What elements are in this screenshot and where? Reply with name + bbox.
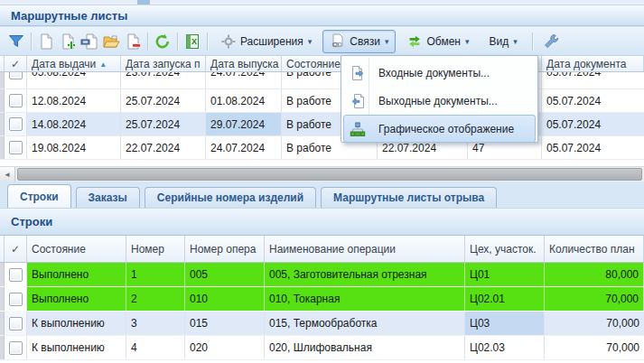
col-op-number[interactable]: Номер опера: [185, 236, 265, 262]
graphic-view-icon: [344, 121, 371, 137]
filter-icon[interactable]: [5, 31, 27, 52]
table-row-done[interactable]: Выполнено 2 010 010, Токарная Ц02.01 70,…: [0, 287, 644, 312]
links-icon: [330, 33, 346, 50]
toolbar-separator: [147, 33, 148, 51]
chevron-down-icon: ▾: [513, 37, 518, 46]
edit-document-icon[interactable]: [79, 31, 100, 52]
links-dropdown-menu: Входные документы... Выходные документы.…: [341, 55, 538, 143]
col-line-number[interactable]: Номер: [126, 236, 185, 262]
table-row-selected[interactable]: 14.08.2024 25.07.2024 29.07.2024 В работ…: [0, 113, 644, 136]
extensions-label: Расширения: [240, 35, 303, 48]
check-column-header[interactable]: ✓: [5, 236, 27, 262]
table-empty-space: [0, 160, 644, 166]
tab-serial-numbers[interactable]: Серийные номера изделий: [145, 187, 316, 208]
links-label: Связи: [350, 35, 380, 48]
wrench-icon[interactable]: [540, 31, 562, 52]
col-line-state[interactable]: Состояние: [27, 236, 126, 262]
menu-item-outgoing-documents[interactable]: Выходные документы...: [343, 87, 536, 115]
section-title: Строки: [11, 215, 52, 228]
table-row[interactable]: 12.08.2024 25.07.2024 01.08.2024 В работ…: [0, 89, 644, 113]
view-button[interactable]: Вид ▾: [482, 30, 525, 53]
excel-export-icon[interactable]: X: [182, 31, 203, 52]
row-checkbox[interactable]: [5, 89, 27, 112]
tab-orders[interactable]: Заказы: [76, 187, 140, 208]
outgoing-document-icon: [344, 93, 371, 109]
route-sheets-window: Маршрутные листы X: [0, 0, 644, 363]
gear-icon: [220, 33, 237, 50]
section-header: Строки: [0, 208, 644, 236]
window-titlebar: Маршрутные листы: [0, 5, 644, 26]
lines-table: ✓ Состояние Номер Номер опера Наименован…: [0, 236, 644, 363]
new-document-icon[interactable]: [35, 31, 57, 52]
toolbar-separator: [207, 33, 208, 51]
menu-item-graphic-view[interactable]: Графическое отображение: [343, 115, 536, 143]
table-row[interactable]: К выполнению 4 020 020, Шлифовальная Ц02…: [0, 336, 644, 360]
col-launch-date[interactable]: Дата запуска п: [121, 56, 206, 71]
svg-text:X: X: [191, 37, 197, 46]
lines-table-header: ✓ Состояние Номер Номер опера Наименован…: [0, 236, 644, 263]
col-planned-qty[interactable]: Количество план: [545, 236, 644, 262]
route-sheets-table: ✓ Дата выдачи▲ Дата запуска п Дата выпус…: [0, 56, 644, 181]
detail-tabs: Строки Заказы Серийные номера изделий Ма…: [0, 185, 644, 208]
chevron-down-icon: ▾: [385, 37, 389, 46]
menu-item-incoming-documents[interactable]: Входные документы...: [343, 59, 536, 87]
tab-lines[interactable]: Строки: [7, 184, 71, 208]
links-button[interactable]: Связи ▾: [322, 30, 396, 53]
incoming-document-icon: [344, 65, 371, 81]
row-checkbox[interactable]: [5, 336, 27, 359]
col-department[interactable]: Цех, участок.: [465, 236, 545, 262]
open-folder-icon[interactable]: [100, 31, 122, 52]
row-checkbox[interactable]: [5, 287, 27, 311]
table-row[interactable]: 05.08.2024 23.07.2024 24.07.2024 В работ…: [0, 72, 644, 89]
sort-asc-icon: ▲: [99, 60, 107, 69]
horizontal-scrollbar[interactable]: ◄: [0, 166, 644, 182]
view-label: Вид: [490, 35, 509, 48]
table-row-done[interactable]: Выполнено 1 005 005, Заготовительная отр…: [0, 263, 644, 287]
delete-document-icon[interactable]: [122, 31, 144, 52]
selected-cell[interactable]: 29.07.2024: [206, 113, 282, 135]
row-checkbox[interactable]: [5, 136, 27, 159]
selected-cell[interactable]: Ц03: [465, 312, 545, 335]
toolbar: X Расширения ▾ Связи ▾ Обмен ▾ Вид ▾: [0, 27, 644, 56]
toolbar-separator: [31, 33, 32, 51]
refresh-icon[interactable]: [152, 31, 173, 52]
exchange-button[interactable]: Обмен ▾: [399, 30, 476, 53]
table-row[interactable]: 19.08.2024 22.07.2024 24.07.2024 В работ…: [0, 136, 644, 160]
col-release-date[interactable]: Дата выпуска п: [206, 56, 282, 71]
exchange-label: Обмен: [426, 35, 461, 48]
row-checkbox[interactable]: [5, 263, 27, 286]
col-op-name[interactable]: Наименование операции: [265, 236, 465, 262]
toolbar-separator: [532, 33, 533, 51]
chevron-down-icon: ▾: [465, 37, 470, 46]
exchange-icon: [406, 33, 423, 50]
col-doc-date[interactable]: Дата документа: [542, 56, 644, 71]
check-column-header[interactable]: ✓: [5, 56, 27, 71]
scroll-left-button[interactable]: ◄: [0, 167, 15, 182]
page-title: Маршрутные листы: [11, 9, 127, 23]
col-issue-date[interactable]: Дата выдачи▲: [27, 56, 121, 71]
row-checkbox[interactable]: [5, 312, 27, 335]
tab-tearoff-sheets[interactable]: Маршрутные листы отрыва: [321, 187, 497, 208]
route-table-header: ✓ Дата выдачи▲ Дата запуска п Дата выпус…: [0, 56, 644, 72]
chevron-down-icon: ▾: [308, 37, 313, 46]
scrollbar-thumb[interactable]: [17, 168, 642, 181]
add-document-icon[interactable]: [57, 31, 79, 52]
row-checkbox[interactable]: [5, 72, 27, 88]
extensions-button[interactable]: Расширения ▾: [213, 30, 319, 53]
toolbar-separator: [177, 33, 178, 51]
table-row-selected[interactable]: К выполнению 3 015 015, Термообработка Ц…: [0, 312, 644, 336]
row-checkbox[interactable]: [5, 113, 27, 135]
